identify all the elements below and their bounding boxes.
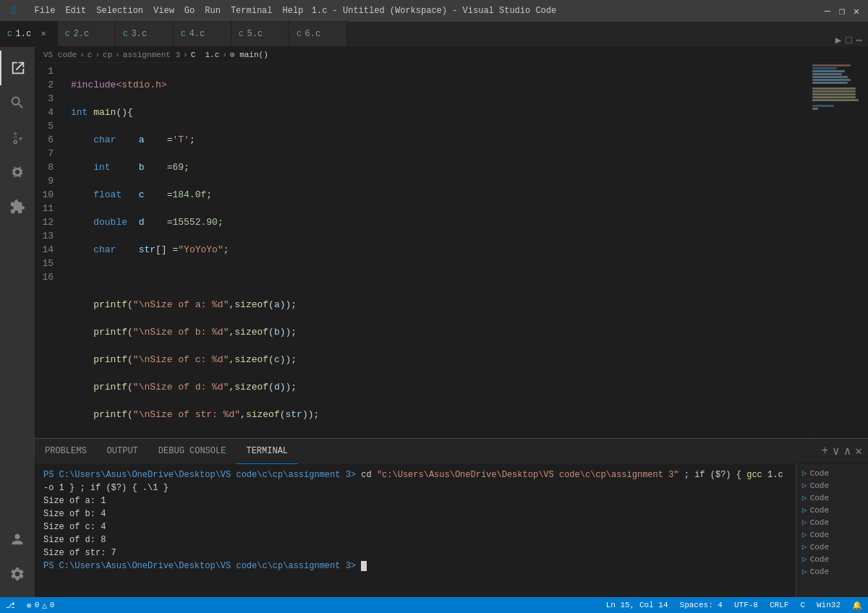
menu-go[interactable]: Go xyxy=(180,4,199,17)
tab-5c[interactable]: C 5.c xyxy=(231,21,289,46)
minimize-button[interactable]: — xyxy=(823,7,832,15)
terminal-new-icon[interactable]: + xyxy=(821,445,828,458)
main-area: VS code › c › cp › assignment 3 › C 1.c … xyxy=(0,47,868,597)
sb-spaces[interactable]: Spaces: 4 xyxy=(674,597,728,613)
terminal-output-2: Size of b: 4 xyxy=(43,507,787,520)
error-count: 0 xyxy=(35,601,40,609)
sb-language[interactable]: C xyxy=(794,597,811,613)
bc-assignment: assignment 3 xyxy=(123,51,180,59)
tab-problems[interactable]: PROBLEMS xyxy=(35,439,97,464)
menu-bar:  File Edit Selection View Go Run Termin… xyxy=(7,3,307,19)
sb-branch[interactable]: ⎇ xyxy=(0,597,21,613)
split-editor-icon[interactable]: ▶ xyxy=(835,34,841,46)
sb-notifications[interactable]: 🔔 xyxy=(846,597,868,613)
layout-icon[interactable]: □ xyxy=(846,35,851,46)
run-debug-icon[interactable] xyxy=(0,155,35,189)
tab-3c-label: 3.c xyxy=(132,29,148,39)
code-line-12: printf("\nSize of d: %d",sizeof(d)); xyxy=(71,380,810,394)
more-tabs-icon[interactable]: ⋯ xyxy=(856,34,862,46)
tab-debug-console[interactable]: DEBUG CONSOLE xyxy=(148,439,237,464)
code-content[interactable]: #include<stdio.h> int main(){ char a ='T… xyxy=(65,63,810,438)
ts-item-2[interactable]: ▷ Code xyxy=(796,479,868,492)
sb-encoding[interactable]: UTF-8 xyxy=(728,597,764,613)
menu-selection[interactable]: Selection xyxy=(92,4,148,17)
tab-1c-label: 1.c xyxy=(16,29,32,39)
branch-icon: ⎇ xyxy=(6,601,15,610)
terminal-up-icon[interactable]: ∧ xyxy=(844,444,851,458)
terminal-panel: PROBLEMS OUTPUT DEBUG CONSOLE TERMINAL +… xyxy=(35,438,868,597)
tab-2c[interactable]: C 2.c xyxy=(58,21,116,46)
menu-help[interactable]: Help xyxy=(278,4,307,17)
tab-6c-label: 6.c xyxy=(305,29,321,39)
mm-line-16 xyxy=(812,108,818,110)
menu-run[interactable]: Run xyxy=(200,4,225,17)
ln-9: 9 xyxy=(35,174,59,188)
tab-6c[interactable]: C 6.c xyxy=(289,21,347,46)
ts-item-8[interactable]: ▷ Code xyxy=(796,553,868,565)
terminal-content[interactable]: PS C:\Users\Asus\OneDrive\Desktop\VS cod… xyxy=(35,464,796,597)
ln-13: 13 xyxy=(35,229,59,243)
c-file-icon-6: C xyxy=(297,30,302,38)
menu-terminal[interactable]: Terminal xyxy=(226,4,277,17)
tab-terminal[interactable]: TERMINAL xyxy=(236,439,298,464)
tab-actions: ▶ □ ⋯ xyxy=(830,34,868,46)
sb-ln-col[interactable]: Ln 15, Col 14 xyxy=(600,597,674,613)
ts-item-9[interactable]: ▷ Code xyxy=(796,565,868,578)
ts-item-1[interactable]: ▷ Code xyxy=(796,467,868,479)
ts-item-6[interactable]: ▷ Code xyxy=(796,528,868,541)
sb-errors[interactable]: ⊗ 0 △ 0 xyxy=(21,597,60,613)
code-line-10: printf("\nSize of b: %d",sizeof(b)); xyxy=(71,325,810,339)
extensions-icon[interactable] xyxy=(0,189,35,224)
mm-line-4 xyxy=(812,73,842,75)
terminal-item-icon-8: ▷ xyxy=(802,554,807,564)
tab-4c[interactable]: C 4.c xyxy=(174,21,231,46)
ln-2: 2 xyxy=(35,78,59,92)
terminal-command-line: PS C:\Users\Asus\OneDrive\Desktop\VS cod… xyxy=(43,468,787,494)
menu-edit[interactable]: Edit xyxy=(61,4,90,17)
tab-3c[interactable]: C 3.c xyxy=(116,21,174,46)
code-line-7: char str[] ="YoYoYo"; xyxy=(71,243,810,257)
terminal-output-3: Size of c: 4 xyxy=(43,520,787,533)
menu-view[interactable]: View xyxy=(149,4,179,17)
source-control-icon[interactable] xyxy=(0,120,35,155)
tab-4c-label: 4.c xyxy=(190,29,205,39)
ts-item-7[interactable]: ▷ Code xyxy=(796,541,868,553)
spaces-text: Spaces: 4 xyxy=(680,601,723,609)
account-icon[interactable] xyxy=(0,522,35,557)
tab-1c-close[interactable]: ✕ xyxy=(38,28,49,40)
terminal-split-icon[interactable]: ∨ xyxy=(833,444,840,458)
ln-15: 15 xyxy=(35,257,59,270)
platform-text: Win32 xyxy=(817,601,841,609)
code-line-8 xyxy=(71,270,810,284)
ln-6: 6 xyxy=(35,133,59,147)
settings-icon[interactable] xyxy=(0,557,35,591)
tab-5c-label: 5.c xyxy=(247,29,263,39)
explorer-icon[interactable] xyxy=(0,51,35,85)
code-line-4: int b =69; xyxy=(71,160,810,174)
close-button[interactable]: ✕ xyxy=(852,7,861,15)
sb-platform[interactable]: Win32 xyxy=(811,597,846,613)
tab-output[interactable]: OUTPUT xyxy=(97,439,148,464)
sb-eol[interactable]: CRLF xyxy=(764,597,794,613)
code-line-9: printf("\nSize of a: %d",sizeof(a)); xyxy=(71,298,810,312)
terminal-close-icon[interactable]: ✕ xyxy=(855,444,862,458)
tab-2c-label: 2.c xyxy=(74,29,90,39)
maximize-button[interactable]: ❐ xyxy=(838,7,846,15)
tab-1c[interactable]: C 1.c ✕ xyxy=(0,21,58,46)
breadcrumb: VS code › c › cp › assignment 3 › C 1.c … xyxy=(35,47,868,63)
terminal-item-icon-5: ▷ xyxy=(802,518,807,527)
ts-label-3: Code xyxy=(810,494,829,502)
ln-16: 16 xyxy=(35,270,59,284)
code-editor[interactable]: 1 2 3 4 5 6 7 8 9 10 11 12 13 14 xyxy=(35,63,810,438)
ts-item-5[interactable]: ▷ Code xyxy=(796,516,868,528)
search-icon[interactable] xyxy=(0,85,35,120)
c-file-icon: C xyxy=(7,30,12,38)
ln-10: 10 xyxy=(35,188,59,202)
terminal-item-icon-4: ▷ xyxy=(802,505,807,515)
ts-item-4[interactable]: ▷ Code xyxy=(796,504,868,516)
ts-item-3[interactable]: ▷ Code xyxy=(796,492,868,504)
c-file-icon-3: C xyxy=(123,30,128,38)
app-container: C 1.c ✕ C 2.c C 3.c C 4.c C 5.c C 6.c ▶ … xyxy=(0,22,868,613)
mm-line-1 xyxy=(812,64,851,67)
menu-file[interactable]: File xyxy=(30,4,60,17)
